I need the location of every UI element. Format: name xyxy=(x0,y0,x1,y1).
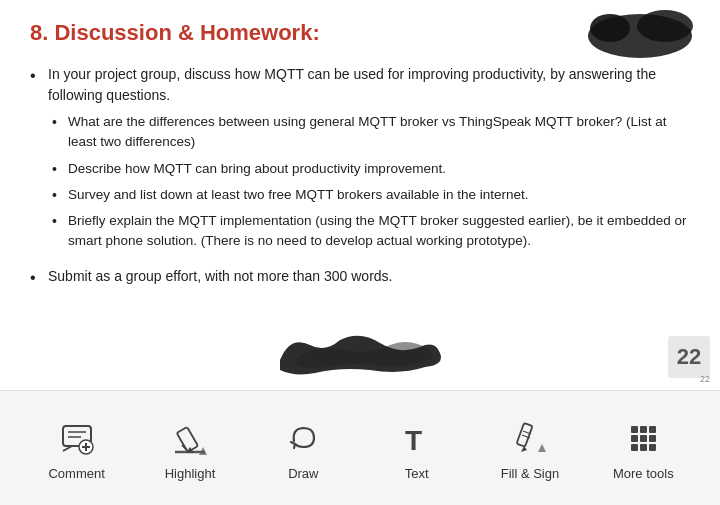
svg-rect-29 xyxy=(649,444,656,451)
more-tools-icon xyxy=(621,416,665,460)
svg-rect-27 xyxy=(631,444,638,451)
toolbar-item-comment[interactable]: Comment xyxy=(37,416,117,481)
svg-text:T: T xyxy=(405,425,422,456)
toolbar-item-highlight[interactable]: Highlight xyxy=(150,416,230,481)
sub-bullet-list-1: What are the differences between using g… xyxy=(48,112,690,252)
svg-marker-17 xyxy=(521,446,527,452)
svg-rect-25 xyxy=(640,435,647,442)
toolbar: Comment Highlight xyxy=(0,390,720,505)
toolbar-item-fill-sign[interactable]: Fill & Sign xyxy=(490,416,570,481)
svg-rect-16 xyxy=(517,422,533,446)
comment-icon xyxy=(55,416,99,460)
toolbar-item-text[interactable]: T Text xyxy=(377,416,457,481)
svg-rect-24 xyxy=(631,435,638,442)
svg-rect-21 xyxy=(631,426,638,433)
highlight-label: Highlight xyxy=(165,466,216,481)
sub-item-1-4: Briefly explain the MQTT implementation … xyxy=(48,211,690,252)
fill-sign-label: Fill & Sign xyxy=(501,466,560,481)
highlight-icon xyxy=(168,416,212,460)
toolbar-item-draw[interactable]: Draw xyxy=(263,416,343,481)
list-item-1: In your project group, discuss how MQTT … xyxy=(30,64,690,252)
text-label: Text xyxy=(405,466,429,481)
top-right-logo xyxy=(580,8,700,63)
draw-icon xyxy=(281,416,325,460)
svg-marker-20 xyxy=(538,444,546,452)
svg-point-2 xyxy=(637,10,693,42)
page-number-small: 22 xyxy=(700,374,710,384)
text-icon: T xyxy=(395,416,439,460)
signature-blob xyxy=(270,325,450,380)
list-item-2: Submit as a group effort, with not more … xyxy=(30,266,690,287)
main-bullet-list: In your project group, discuss how MQTT … xyxy=(30,64,690,287)
page-number-badge: 22 xyxy=(668,336,710,378)
toolbar-item-more-tools[interactable]: More tools xyxy=(603,416,683,481)
svg-rect-28 xyxy=(640,444,647,451)
svg-rect-10 xyxy=(177,426,198,451)
comment-label: Comment xyxy=(48,466,104,481)
svg-rect-26 xyxy=(649,435,656,442)
content-area: 8. Discussion & Homework: In your projec… xyxy=(0,0,720,390)
sub-item-1-3: Survey and list down at least two free M… xyxy=(48,185,690,205)
svg-rect-23 xyxy=(649,426,656,433)
svg-point-1 xyxy=(590,14,630,42)
fill-sign-icon xyxy=(508,416,552,460)
svg-rect-22 xyxy=(640,426,647,433)
sub-item-1-2: Describe how MQTT can bring about produc… xyxy=(48,159,690,179)
draw-label: Draw xyxy=(288,466,318,481)
sub-item-1-1: What are the differences between using g… xyxy=(48,112,690,153)
page-number-large: 22 xyxy=(677,344,701,370)
more-tools-label: More tools xyxy=(613,466,674,481)
